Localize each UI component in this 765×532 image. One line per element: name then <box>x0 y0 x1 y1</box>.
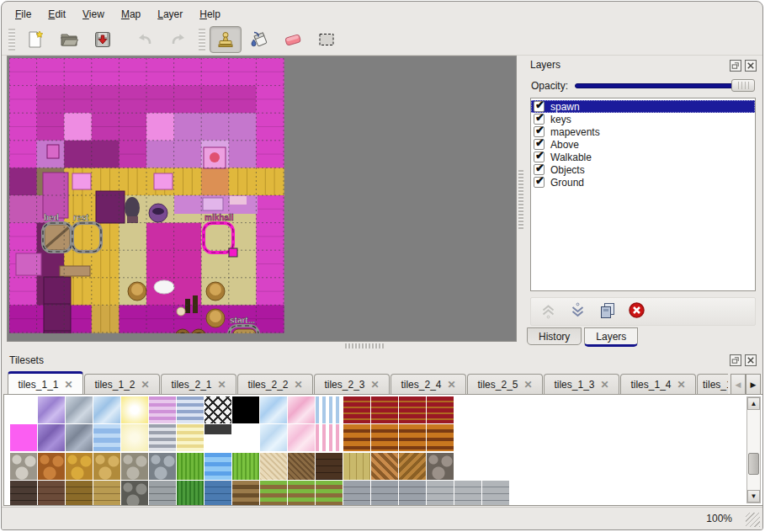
tileset-tile[interactable] <box>66 481 93 506</box>
tileset-tile[interactable] <box>343 424 370 451</box>
tileset-tab-tiles_2_4[interactable]: tiles_2_4✕ <box>390 374 466 395</box>
tileset-tile[interactable] <box>288 453 315 480</box>
tileset-tab-tiles_2_1[interactable]: tiles_2_1✕ <box>161 374 236 395</box>
tileset-tile[interactable] <box>427 424 454 451</box>
tileset-tile[interactable] <box>399 481 426 506</box>
duplicate-layer-button[interactable] <box>598 301 618 323</box>
tileset-tile[interactable] <box>38 396 65 423</box>
bucket-fill-button[interactable] <box>243 26 275 53</box>
tileset-tab-tiles_1_2[interactable]: tiles_1_2✕ <box>84 374 160 395</box>
tileset-tile[interactable] <box>316 396 343 423</box>
tileset-tile[interactable] <box>427 453 454 480</box>
tileset-tile[interactable] <box>399 424 426 451</box>
tileset-tile[interactable] <box>232 481 259 506</box>
tileset-tile[interactable] <box>343 396 370 423</box>
menu-item-view[interactable]: View <box>74 5 113 24</box>
tileset-tile[interactable] <box>205 481 231 506</box>
tileset-tile[interactable] <box>10 453 37 480</box>
tileset-tile[interactable] <box>316 481 343 506</box>
tileset-tab-tiles_1_1[interactable]: tiles_1_1✕ <box>8 371 83 395</box>
tileset-tile[interactable] <box>121 481 148 506</box>
tileset-tile[interactable] <box>205 396 231 423</box>
close-tab-icon[interactable]: ✕ <box>141 379 149 391</box>
tileset-tile[interactable] <box>66 424 93 451</box>
scrollbar-thumb[interactable] <box>748 453 759 475</box>
layer-row-above[interactable]: ✔Above <box>531 138 755 151</box>
tileset-tile[interactable] <box>343 453 370 480</box>
layer-row-keys[interactable]: ✔keys <box>531 113 755 125</box>
layer-row-spawn[interactable]: ✔spawn <box>531 100 755 113</box>
tileset-tile[interactable] <box>177 453 204 480</box>
tileset-tile[interactable] <box>149 396 176 423</box>
vertical-splitter[interactable] <box>518 170 523 229</box>
tileset-tile[interactable] <box>66 396 93 423</box>
menu-item-edit[interactable]: Edit <box>40 5 74 24</box>
tileset-tile[interactable] <box>316 453 343 480</box>
redo-button[interactable] <box>162 26 194 53</box>
rect-select-button[interactable] <box>311 26 343 53</box>
opacity-slider-handle[interactable] <box>731 79 755 92</box>
tileset-tile[interactable] <box>482 481 509 506</box>
tileset-tile[interactable] <box>121 453 148 480</box>
lower-layer-button[interactable] <box>568 301 588 323</box>
raise-layer-button[interactable] <box>539 301 559 323</box>
close-tab-icon[interactable]: ✕ <box>600 379 608 391</box>
tab-scroll-left-icon[interactable]: ◀ <box>730 374 746 395</box>
map-canvas[interactable]: andor:)entr...bedrestmikhailstart... <box>7 56 517 342</box>
tileset-tile[interactable] <box>371 481 398 506</box>
layer-visible-checkbox[interactable]: ✔ <box>534 177 545 188</box>
tileset-tile[interactable] <box>121 396 148 423</box>
tileset-tile[interactable] <box>38 424 65 451</box>
close-tab-icon[interactable]: ✕ <box>523 379 532 391</box>
menu-item-file[interactable]: File <box>7 5 40 24</box>
tileset-tile[interactable] <box>93 481 120 506</box>
object-resize-handle[interactable] <box>229 248 237 257</box>
close-tab-icon[interactable]: ✕ <box>370 379 379 391</box>
tileset-tile[interactable] <box>121 424 148 451</box>
tileset-tile[interactable] <box>205 424 231 451</box>
close-tab-icon[interactable]: ✕ <box>294 379 302 391</box>
tileset-tile[interactable] <box>232 424 259 451</box>
tileset-tile[interactable] <box>10 396 37 423</box>
tileset-tab-tiles_1_4[interactable]: tiles_1_4✕ <box>620 374 696 395</box>
eraser-button[interactable] <box>277 26 309 53</box>
tileset-tile[interactable] <box>38 481 65 506</box>
tileset-tab-tiles_1_[interactable]: tiles_1_ <box>697 374 728 395</box>
undo-button[interactable] <box>129 26 161 53</box>
tileset-tile[interactable] <box>93 396 120 423</box>
menu-item-map[interactable]: Map <box>113 5 149 24</box>
close-tab-icon[interactable]: ✕ <box>447 379 455 391</box>
tileset-tab-tiles_2_3[interactable]: tiles_2_3✕ <box>314 374 390 395</box>
close-tab-icon[interactable]: ✕ <box>677 379 685 391</box>
layer-row-mapevents[interactable]: ✔mapevents <box>531 125 755 138</box>
float-panel-icon[interactable] <box>730 59 741 71</box>
tileset-tile[interactable] <box>260 481 287 506</box>
tileset-tile[interactable] <box>232 453 259 480</box>
float-panel-icon[interactable] <box>730 354 741 365</box>
horizontal-splitter[interactable] <box>345 343 384 348</box>
tileset-tile[interactable] <box>177 481 204 506</box>
tileset-tile[interactable] <box>288 424 315 451</box>
layer-row-walkable[interactable]: ✔Walkable <box>531 151 755 163</box>
tileset-tile[interactable] <box>149 424 176 451</box>
tileset-tile[interactable] <box>205 453 231 480</box>
save-button[interactable] <box>87 26 119 53</box>
tileset-tile[interactable] <box>260 424 287 451</box>
tileset-tile[interactable] <box>316 424 343 451</box>
tileset-tile[interactable] <box>427 481 454 506</box>
tileset-tile[interactable] <box>38 453 65 480</box>
tileset-tile[interactable] <box>427 396 454 423</box>
tileset-tile[interactable] <box>288 481 315 506</box>
menu-item-help[interactable]: Help <box>191 5 229 24</box>
tileset-scrollbar[interactable]: ▲ ▼ <box>746 396 761 503</box>
tileset-tile[interactable] <box>10 481 37 506</box>
tileset-tile[interactable] <box>93 453 120 480</box>
tileset-tile[interactable] <box>177 396 204 423</box>
tileset-tile[interactable] <box>399 453 426 480</box>
tileset-tile[interactable] <box>288 396 315 423</box>
toolbar-handle[interactable] <box>199 29 205 51</box>
opacity-slider[interactable] <box>575 78 755 93</box>
close-tab-icon[interactable]: ✕ <box>217 379 226 391</box>
close-panel-icon[interactable] <box>745 59 757 71</box>
tileset-tile[interactable] <box>149 481 176 506</box>
